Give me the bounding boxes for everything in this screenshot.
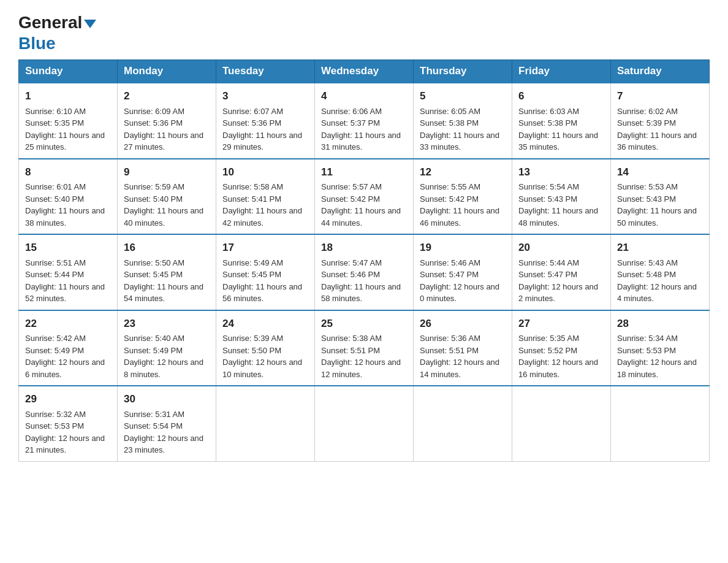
day-info: Sunrise: 6:07 AMSunset: 5:36 PMDaylight:…	[222, 107, 302, 152]
day-number: 17	[222, 240, 308, 256]
day-number: 25	[321, 316, 407, 332]
calendar-day-cell: 4Sunrise: 6:06 AMSunset: 5:37 PMDaylight…	[315, 83, 414, 159]
day-number: 3	[222, 88, 308, 104]
day-number: 5	[420, 88, 506, 104]
calendar-day-cell: 22Sunrise: 5:42 AMSunset: 5:49 PMDayligh…	[19, 310, 118, 386]
day-number: 18	[321, 240, 407, 256]
day-info: Sunrise: 5:51 AMSunset: 5:44 PMDaylight:…	[25, 258, 105, 304]
day-info: Sunrise: 6:09 AMSunset: 5:36 PMDaylight:…	[124, 107, 203, 152]
logo-general-part: General	[18, 12, 82, 33]
day-number: 24	[222, 316, 308, 332]
day-number: 8	[25, 164, 111, 180]
calendar-day-cell: 10Sunrise: 5:58 AMSunset: 5:41 PMDayligh…	[216, 159, 315, 235]
calendar-week-row: 22Sunrise: 5:42 AMSunset: 5:49 PMDayligh…	[19, 310, 710, 386]
day-info: Sunrise: 5:39 AMSunset: 5:50 PMDaylight:…	[222, 334, 302, 379]
day-number: 13	[518, 164, 604, 180]
day-number: 28	[617, 316, 703, 332]
calendar-day-cell: 12Sunrise: 5:55 AMSunset: 5:42 PMDayligh…	[414, 159, 512, 235]
calendar-header-saturday: Saturday	[611, 60, 710, 83]
day-number: 30	[124, 391, 210, 407]
day-info: Sunrise: 5:53 AMSunset: 5:43 PMDaylight:…	[617, 182, 697, 228]
calendar-day-cell: 21Sunrise: 5:43 AMSunset: 5:48 PMDayligh…	[611, 234, 710, 310]
page-header: General Blue	[18, 12, 710, 53]
day-info: Sunrise: 5:46 AMSunset: 5:47 PMDaylight:…	[420, 258, 499, 304]
calendar-day-cell: 3Sunrise: 6:07 AMSunset: 5:36 PMDaylight…	[216, 83, 315, 159]
logo-blue-part: Blue	[18, 33, 98, 54]
day-info: Sunrise: 6:05 AMSunset: 5:38 PMDaylight:…	[420, 107, 499, 152]
calendar-day-cell	[611, 386, 710, 461]
calendar-day-cell: 8Sunrise: 6:01 AMSunset: 5:40 PMDaylight…	[19, 159, 118, 235]
day-number: 6	[518, 88, 604, 104]
calendar-day-cell: 30Sunrise: 5:31 AMSunset: 5:54 PMDayligh…	[118, 386, 216, 461]
calendar-header-monday: Monday	[118, 60, 216, 83]
day-info: Sunrise: 5:55 AMSunset: 5:42 PMDaylight:…	[420, 182, 499, 228]
day-number: 9	[124, 164, 210, 180]
calendar-week-row: 15Sunrise: 5:51 AMSunset: 5:44 PMDayligh…	[19, 234, 710, 310]
calendar-day-cell: 24Sunrise: 5:39 AMSunset: 5:50 PMDayligh…	[216, 310, 315, 386]
day-info: Sunrise: 5:32 AMSunset: 5:53 PMDaylight:…	[25, 410, 105, 455]
calendar-day-cell: 6Sunrise: 6:03 AMSunset: 5:38 PMDaylight…	[512, 83, 611, 159]
day-number: 7	[617, 88, 703, 104]
day-info: Sunrise: 5:42 AMSunset: 5:49 PMDaylight:…	[25, 334, 105, 379]
day-info: Sunrise: 5:43 AMSunset: 5:48 PMDaylight:…	[617, 258, 697, 304]
calendar-header-thursday: Thursday	[414, 60, 512, 83]
day-info: Sunrise: 6:02 AMSunset: 5:39 PMDaylight:…	[617, 107, 697, 152]
day-number: 1	[25, 88, 111, 104]
logo-combined: General Blue	[18, 12, 98, 53]
calendar-week-row: 29Sunrise: 5:32 AMSunset: 5:53 PMDayligh…	[19, 386, 710, 461]
calendar-day-cell: 7Sunrise: 6:02 AMSunset: 5:39 PMDaylight…	[611, 83, 710, 159]
day-number: 20	[518, 240, 604, 256]
calendar-day-cell	[512, 386, 611, 461]
day-number: 27	[518, 316, 604, 332]
calendar-day-cell: 18Sunrise: 5:47 AMSunset: 5:46 PMDayligh…	[315, 234, 414, 310]
calendar-day-cell	[315, 386, 414, 461]
calendar-day-cell: 2Sunrise: 6:09 AMSunset: 5:36 PMDaylight…	[118, 83, 216, 159]
day-info: Sunrise: 5:34 AMSunset: 5:53 PMDaylight:…	[617, 334, 697, 379]
day-info: Sunrise: 6:01 AMSunset: 5:40 PMDaylight:…	[25, 182, 105, 228]
calendar-week-row: 8Sunrise: 6:01 AMSunset: 5:40 PMDaylight…	[19, 159, 710, 235]
day-info: Sunrise: 5:40 AMSunset: 5:49 PMDaylight:…	[124, 334, 203, 379]
calendar-day-cell: 9Sunrise: 5:59 AMSunset: 5:40 PMDaylight…	[118, 159, 216, 235]
calendar-day-cell: 5Sunrise: 6:05 AMSunset: 5:38 PMDaylight…	[414, 83, 512, 159]
calendar-day-cell: 29Sunrise: 5:32 AMSunset: 5:53 PMDayligh…	[19, 386, 118, 461]
day-number: 19	[420, 240, 506, 256]
day-info: Sunrise: 5:50 AMSunset: 5:45 PMDaylight:…	[124, 258, 203, 304]
day-number: 4	[321, 88, 407, 104]
day-number: 12	[420, 164, 506, 180]
day-info: Sunrise: 6:03 AMSunset: 5:38 PMDaylight:…	[518, 107, 598, 152]
day-number: 11	[321, 164, 407, 180]
calendar-header-friday: Friday	[512, 60, 611, 83]
calendar-day-cell: 1Sunrise: 6:10 AMSunset: 5:35 PMDaylight…	[19, 83, 118, 159]
calendar-day-cell: 11Sunrise: 5:57 AMSunset: 5:42 PMDayligh…	[315, 159, 414, 235]
day-number: 14	[617, 164, 703, 180]
day-info: Sunrise: 5:49 AMSunset: 5:45 PMDaylight:…	[222, 258, 302, 304]
day-info: Sunrise: 6:06 AMSunset: 5:37 PMDaylight:…	[321, 107, 401, 152]
calendar-day-cell: 27Sunrise: 5:35 AMSunset: 5:52 PMDayligh…	[512, 310, 611, 386]
day-info: Sunrise: 5:59 AMSunset: 5:40 PMDaylight:…	[124, 182, 203, 228]
day-number: 26	[420, 316, 506, 332]
day-info: Sunrise: 5:31 AMSunset: 5:54 PMDaylight:…	[124, 410, 203, 455]
calendar-day-cell: 26Sunrise: 5:36 AMSunset: 5:51 PMDayligh…	[414, 310, 512, 386]
calendar-header-row: SundayMondayTuesdayWednesdayThursdayFrid…	[19, 60, 710, 83]
calendar-day-cell	[414, 386, 512, 461]
calendar-day-cell: 23Sunrise: 5:40 AMSunset: 5:49 PMDayligh…	[118, 310, 216, 386]
day-number: 16	[124, 240, 210, 256]
day-info: Sunrise: 5:38 AMSunset: 5:51 PMDaylight:…	[321, 334, 401, 379]
day-info: Sunrise: 5:44 AMSunset: 5:47 PMDaylight:…	[518, 258, 598, 304]
calendar-day-cell: 13Sunrise: 5:54 AMSunset: 5:43 PMDayligh…	[512, 159, 611, 235]
calendar-day-cell: 17Sunrise: 5:49 AMSunset: 5:45 PMDayligh…	[216, 234, 315, 310]
calendar-day-cell: 19Sunrise: 5:46 AMSunset: 5:47 PMDayligh…	[414, 234, 512, 310]
day-number: 29	[25, 391, 111, 407]
day-info: Sunrise: 5:54 AMSunset: 5:43 PMDaylight:…	[518, 182, 598, 228]
calendar-day-cell: 25Sunrise: 5:38 AMSunset: 5:51 PMDayligh…	[315, 310, 414, 386]
calendar-table: SundayMondayTuesdayWednesdayThursdayFrid…	[18, 59, 710, 462]
calendar-day-cell: 28Sunrise: 5:34 AMSunset: 5:53 PMDayligh…	[611, 310, 710, 386]
calendar-day-cell	[216, 386, 315, 461]
day-number: 10	[222, 164, 308, 180]
day-info: Sunrise: 5:57 AMSunset: 5:42 PMDaylight:…	[321, 182, 401, 228]
day-info: Sunrise: 5:36 AMSunset: 5:51 PMDaylight:…	[420, 334, 499, 379]
day-info: Sunrise: 5:47 AMSunset: 5:46 PMDaylight:…	[321, 258, 401, 304]
calendar-header-tuesday: Tuesday	[216, 60, 315, 83]
logo-triangle-icon	[84, 20, 96, 28]
logo: General Blue	[18, 12, 98, 53]
